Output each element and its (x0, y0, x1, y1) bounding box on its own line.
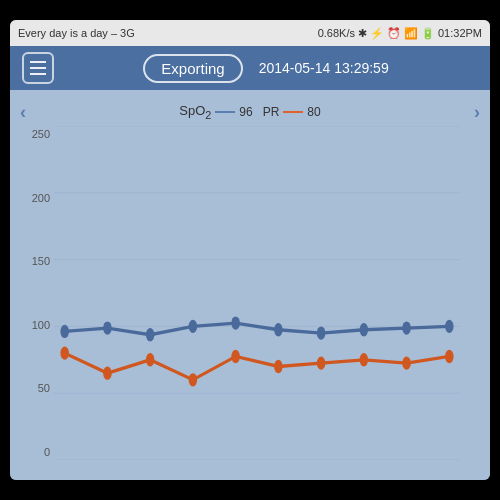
svg-point-20 (231, 350, 240, 363)
chart-svg (54, 126, 460, 460)
pr-legend-line (283, 111, 303, 113)
svg-point-10 (231, 316, 240, 329)
spo2-legend-item: SpO2 96 (179, 103, 252, 121)
spo2-title: SpO2 (179, 103, 211, 121)
alarm-icon: ⚡ (370, 27, 384, 40)
legend: SpO2 96 PR 80 (179, 103, 320, 121)
y-label-50: 50 (14, 382, 50, 394)
y-label-0: 0 (14, 446, 50, 458)
y-label-200: 200 (14, 192, 50, 204)
svg-point-22 (317, 356, 326, 369)
y-label-250: 250 (14, 128, 50, 140)
hamburger-line-1 (30, 61, 46, 63)
nav-right-arrow[interactable]: › (474, 102, 480, 123)
chart-header: ‹ SpO2 96 PR 80 › (10, 98, 490, 126)
time-text: 01:32PM (438, 27, 482, 39)
svg-point-12 (317, 326, 326, 339)
svg-point-9 (189, 320, 198, 333)
svg-point-6 (60, 325, 69, 338)
svg-point-18 (146, 353, 155, 366)
header-datetime: 2014-05-14 13:29:59 (259, 60, 389, 76)
svg-point-19 (189, 373, 198, 386)
header-center: Exporting 2014-05-14 13:29:59 (54, 54, 478, 83)
wifi-icon: 📶 (404, 27, 418, 40)
svg-point-16 (60, 346, 69, 359)
svg-point-11 (274, 323, 283, 336)
y-axis: 250 200 150 100 50 0 (14, 126, 50, 460)
hamburger-line-3 (30, 73, 46, 75)
svg-point-17 (103, 366, 112, 379)
status-bar: Every day is a day – 3G 0.68K/s ✱ ⚡ ⏰ 📶 … (10, 20, 490, 46)
svg-point-13 (360, 323, 369, 336)
spo2-legend-line (215, 111, 235, 113)
speed-text: 0.68K/s (318, 27, 355, 39)
svg-point-7 (103, 321, 112, 334)
app-header: Exporting 2014-05-14 13:29:59 (10, 46, 490, 90)
pr-legend-item: PR 80 (263, 105, 321, 119)
spo2-subscript: 2 (205, 109, 211, 121)
chart-inner: 250 200 150 100 50 0 (10, 126, 490, 480)
hamburger-line-2 (30, 67, 46, 69)
hamburger-button[interactable] (22, 52, 54, 84)
y-label-150: 150 (14, 255, 50, 267)
status-left-text: Every day is a day – 3G (18, 27, 135, 39)
svg-point-14 (402, 321, 411, 334)
svg-point-23 (360, 353, 369, 366)
svg-point-15 (445, 320, 454, 333)
chart-container: ‹ SpO2 96 PR 80 › (10, 90, 490, 480)
y-label-100: 100 (14, 319, 50, 331)
status-right: 0.68K/s ✱ ⚡ ⏰ 📶 🔋 01:32PM (318, 27, 482, 40)
pr-value: 80 (307, 105, 320, 119)
nav-left-arrow[interactable]: ‹ (20, 102, 26, 123)
screen: Every day is a day – 3G 0.68K/s ✱ ⚡ ⏰ 📶 … (10, 20, 490, 480)
svg-point-21 (274, 360, 283, 373)
svg-point-8 (146, 328, 155, 341)
svg-point-24 (402, 356, 411, 369)
battery-icon: 🔋 (421, 27, 435, 40)
device-frame: Every day is a day – 3G 0.68K/s ✱ ⚡ ⏰ 📶 … (0, 0, 500, 500)
exporting-badge: Exporting (143, 54, 242, 83)
svg-point-25 (445, 350, 454, 363)
pr-label: PR (263, 105, 280, 119)
bluetooth-icon: ✱ (358, 27, 367, 40)
alarm2-icon: ⏰ (387, 27, 401, 40)
spo2-value: 96 (239, 105, 252, 119)
